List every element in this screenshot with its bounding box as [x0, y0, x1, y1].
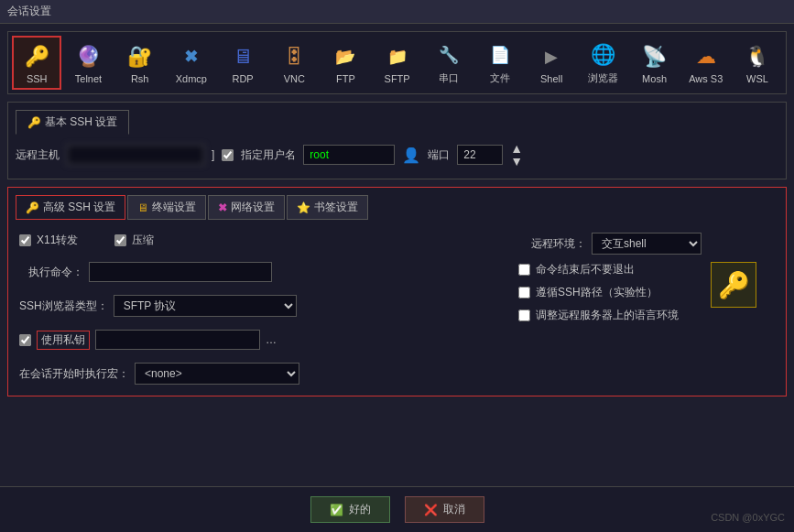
exec-cmd-row: 执行命令：: [19, 262, 509, 282]
macro-select[interactable]: <none>: [135, 363, 299, 385]
port-label: 端口: [428, 147, 450, 163]
ftp-icon: 📂: [331, 42, 360, 71]
vnc-icon: 🎛: [279, 42, 309, 71]
exit-on-end-checkbox[interactable]: [518, 264, 530, 276]
protocol-row: 🔑 SSH 🔮 Telnet 🔐 Rsh ✖ Xdmcp 🖥 RDP 🎛 VNC: [7, 31, 787, 94]
awss3-label: Aws S3: [689, 73, 723, 84]
proto-wsl[interactable]: 🐧 WSL: [733, 36, 782, 90]
proto-rsh[interactable]: 🔐 Rsh: [115, 36, 165, 90]
ok-icon: ✅: [330, 504, 343, 516]
adv-ssh-label: 高级 SSH 设置: [43, 200, 115, 215]
proto-telnet[interactable]: 🔮 Telnet: [63, 36, 113, 90]
proto-serial[interactable]: 🔧 串口: [424, 36, 473, 90]
adv-ssh-icon: 🔑: [26, 201, 39, 214]
adv-content: X11转发 压缩 远程环境： 交互shell bash sh zsh: [16, 229, 778, 388]
adjust-language-checkbox[interactable]: [518, 309, 530, 321]
proto-browser[interactable]: 🌐 浏览器: [578, 36, 627, 90]
main-container: 🔑 SSH 🔮 Telnet 🔐 Rsh ✖ Xdmcp 🖥 RDP 🎛 VNC: [0, 24, 794, 532]
serial-icon: 🔧: [434, 40, 463, 70]
adv-bookmark-tab[interactable]: ⭐ 书签设置: [287, 195, 368, 220]
ssh-icon: 🔑: [22, 42, 51, 71]
browser-label: 浏览器: [588, 71, 618, 85]
adv-tab-row: 🔑 高级 SSH 设置 🖥 终端设置 ✖ 网络设置 ⭐ 书签设置: [16, 195, 778, 220]
browser-icon: 🌐: [588, 40, 617, 70]
follow-ssh-path-checkbox[interactable]: [518, 287, 530, 299]
right-checks: 命令结束后不要退出 遵循SSH路径（实验性） 调整远程服务器上的语言环境: [518, 262, 702, 323]
compress-checkbox[interactable]: [114, 234, 126, 246]
bottom-bar: ✅ 好的 ❌ 取消: [0, 486, 794, 532]
remote-env-label: 远程环境：: [531, 236, 586, 252]
shell-label: Shell: [540, 73, 562, 84]
advanced-section: 🔑 高级 SSH 设置 🖥 终端设置 ✖ 网络设置 ⭐ 书签设置: [7, 187, 787, 396]
proto-file[interactable]: 📄 文件: [475, 36, 525, 90]
proto-ssh[interactable]: 🔑 SSH: [12, 36, 61, 90]
host-label: 远程主机: [16, 147, 60, 163]
adv-network-tab[interactable]: ✖ 网络设置: [208, 195, 285, 220]
basic-tab-row: 🔑 基本 SSH 设置: [16, 110, 778, 135]
ok-button[interactable]: ✅ 好的: [310, 496, 390, 523]
port-spinner[interactable]: ▲ ▼: [510, 142, 523, 168]
proto-awss3[interactable]: ☁ Aws S3: [681, 36, 731, 90]
cancel-button[interactable]: ❌ 取消: [405, 496, 484, 523]
adv-bookmark-icon: ⭐: [297, 201, 310, 214]
exit-on-end-row: 命令结束后不要退出: [518, 262, 702, 277]
host-row: 远程主机 ] 指定用户名 👤 端口 ▲ ▼: [16, 142, 778, 168]
wsl-label: WSL: [746, 73, 768, 84]
title-bar: 会话设置: [0, 0, 794, 24]
compress-label: 压缩: [132, 233, 154, 248]
x11-forward-checkbox[interactable]: [19, 234, 31, 246]
adv-network-label: 网络设置: [231, 200, 275, 215]
adv-terminal-tab[interactable]: 🖥 终端设置: [127, 195, 206, 220]
privkey-browse-btn[interactable]: …: [266, 333, 277, 346]
title-text: 会话设置: [0, 0, 794, 24]
ssh-browser-row: SSH浏览器类型： SFTP 协议 SCP 协议 无: [19, 295, 509, 317]
adv-bookmark-label: 书签设置: [314, 200, 358, 215]
privkey-row: 使用私钥 …: [19, 330, 509, 350]
port-input[interactable]: [457, 145, 503, 165]
awss3-icon: ☁: [691, 42, 721, 71]
specify-username-checkbox[interactable]: [222, 149, 234, 161]
proto-xdmcp[interactable]: ✖ Xdmcp: [167, 36, 216, 90]
proto-rdp[interactable]: 🖥 RDP: [218, 36, 267, 90]
sftp-icon: 📁: [383, 42, 412, 71]
remote-env-select[interactable]: 交互shell bash sh zsh: [592, 233, 702, 255]
privkey-input[interactable]: [95, 330, 260, 350]
use-privkey-label: 使用私钥: [37, 331, 90, 350]
user-icon[interactable]: 👤: [402, 147, 420, 164]
exec-area: 执行命令： SSH浏览器类型： SFTP 协议 SCP 协议 无: [19, 262, 509, 357]
host-input[interactable]: [67, 145, 204, 165]
exec-cmd-label: 执行命令：: [19, 265, 83, 280]
x11-forward-row: X11转发: [19, 233, 78, 248]
x11-forward-label: X11转发: [37, 233, 78, 248]
use-privkey-checkbox[interactable]: [19, 334, 31, 346]
specify-username-label: 指定用户名: [241, 147, 296, 163]
mosh-icon: 📡: [640, 42, 669, 71]
ok-label: 好的: [349, 502, 371, 517]
basic-ssh-tab-icon: 🔑: [27, 116, 41, 129]
bracket: ]: [212, 148, 214, 161]
username-input[interactable]: [303, 145, 395, 165]
rdp-icon: 🖥: [228, 42, 257, 71]
proto-ftp[interactable]: 📂 FTP: [321, 36, 370, 90]
rdp-label: RDP: [232, 73, 253, 84]
rsh-label: Rsh: [131, 73, 149, 84]
macro-label: 在会话开始时执行宏：: [19, 366, 129, 382]
port-up-icon: ▲: [510, 142, 523, 155]
proto-shell[interactable]: ▶ Shell: [527, 36, 576, 90]
adjust-language-row: 调整远程服务器上的语言环境: [518, 308, 702, 323]
basic-ssh-panel: 🔑 基本 SSH 设置 远程主机 ] 指定用户名 👤 端口 ▲ ▼: [7, 102, 787, 179]
proto-sftp[interactable]: 📁 SFTP: [373, 36, 422, 90]
ssh-browser-select[interactable]: SFTP 协议 SCP 协议 无: [114, 295, 297, 317]
adv-terminal-label: 终端设置: [152, 200, 196, 215]
adv-ssh-tab[interactable]: 🔑 高级 SSH 设置: [16, 195, 125, 220]
macro-row: 在会话开始时执行宏： <none>: [19, 363, 775, 385]
exec-cmd-input[interactable]: [89, 262, 272, 282]
file-label: 文件: [490, 71, 510, 85]
proto-mosh[interactable]: 📡 Mosh: [629, 36, 679, 90]
basic-ssh-tab[interactable]: 🔑 基本 SSH 设置: [16, 110, 129, 135]
exit-on-end-label: 命令结束后不要退出: [536, 262, 635, 277]
serial-label: 串口: [439, 71, 459, 85]
compress-row: 压缩: [114, 233, 154, 248]
adv-terminal-icon: 🖥: [137, 201, 148, 214]
proto-vnc[interactable]: 🎛 VNC: [269, 36, 319, 90]
